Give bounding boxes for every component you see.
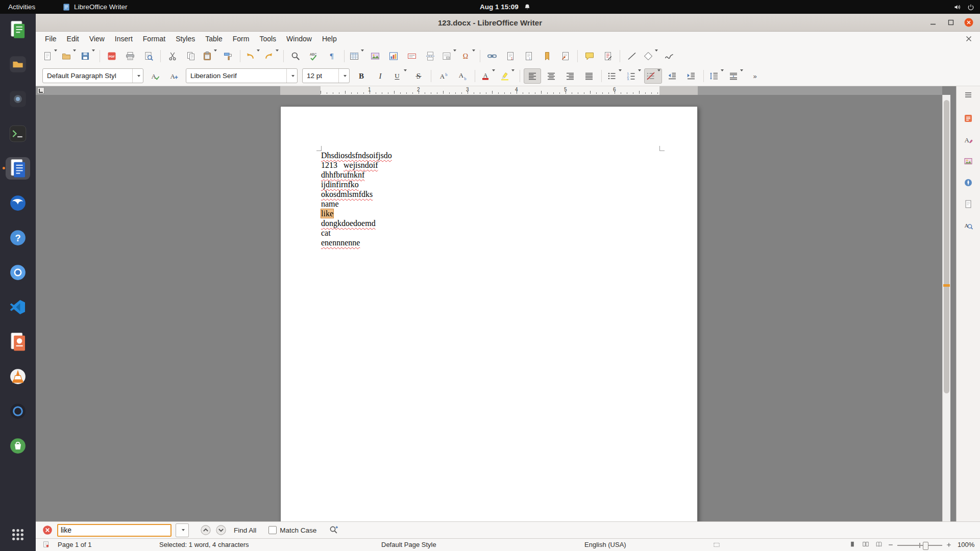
document-line[interactable]: okosdmlsmfdks	[321, 189, 660, 199]
paragraph-style-dropdown[interactable]	[132, 69, 143, 83]
decrease-indent-button[interactable]	[664, 68, 681, 84]
menu-help[interactable]: Help	[317, 33, 342, 45]
zoom-slider[interactable]	[897, 545, 942, 546]
style-inspector-deck-button[interactable]: A	[961, 218, 976, 233]
text-segment[interactable]: 1213	[321, 161, 344, 169]
insert-field-button[interactable]	[440, 48, 458, 64]
insert-image-button[interactable]	[366, 48, 384, 64]
superscript-button[interactable]: Ab	[435, 68, 452, 84]
insert-cross-reference-button[interactable]	[557, 48, 574, 64]
underline-button[interactable]: U	[390, 68, 408, 84]
ordered-list-dropdown[interactable]	[636, 71, 641, 81]
zoom-out-button[interactable]	[887, 541, 894, 548]
zoom-in-button[interactable]	[945, 541, 952, 548]
menu-styles[interactable]: Styles	[170, 33, 200, 45]
menu-edit[interactable]: Edit	[62, 33, 84, 45]
no-list-button[interactable]	[644, 68, 662, 84]
line-spacing-dropdown[interactable]	[719, 71, 724, 81]
align-right-button[interactable]	[561, 68, 579, 84]
cut-button[interactable]	[164, 48, 181, 64]
navigator-deck-button[interactable]	[961, 176, 976, 190]
activities-button[interactable]: Activities	[8, 3, 35, 11]
dock-item-vs-code[interactable]	[6, 296, 30, 318]
text-segment[interactable]: okosdmlsmfdks	[321, 190, 373, 198]
insert-special-character-button[interactable]: Ω	[459, 48, 477, 64]
menu-tools[interactable]: Tools	[254, 33, 281, 45]
dock-item-libreoffice-writer[interactable]	[6, 157, 30, 180]
dock-item-libreoffice-impress[interactable]	[6, 331, 30, 353]
found-match[interactable]: like	[321, 209, 333, 218]
bold-button[interactable]: B	[353, 68, 370, 84]
find-all-button[interactable]: Find All	[231, 525, 259, 536]
dock-item-files[interactable]	[6, 53, 30, 76]
zoom-percent[interactable]: 100%	[958, 541, 974, 548]
insert-footnote-button[interactable]: 1	[502, 48, 519, 64]
unordered-list-dropdown[interactable]	[617, 71, 622, 81]
document-line[interactable]: like	[321, 209, 660, 218]
font-name-dropdown[interactable]	[286, 69, 297, 83]
book-view-icon[interactable]	[875, 540, 883, 548]
open-button[interactable]	[60, 48, 78, 64]
insert-chart-button[interactable]	[385, 48, 402, 64]
vertical-scrollbar[interactable]	[942, 95, 950, 521]
dock-item-web-browser[interactable]	[6, 261, 30, 284]
close-window-button[interactable]	[962, 16, 975, 29]
match-case-checkbox[interactable]	[268, 526, 277, 534]
undo-button[interactable]	[243, 48, 261, 64]
insert-hyperlink-button[interactable]	[483, 48, 501, 64]
text-segment[interactable]: cat	[321, 229, 331, 237]
styles-deck-button[interactable]: A	[961, 133, 976, 147]
maximize-button[interactable]	[944, 16, 957, 29]
search-history-dropdown[interactable]	[176, 523, 189, 537]
align-left-button[interactable]	[524, 68, 541, 84]
save-dropdown[interactable]	[90, 52, 95, 61]
ordered-list-button[interactable]: 1.2.3.	[625, 68, 643, 84]
insert-table-button[interactable]	[348, 48, 365, 64]
paragraph-spacing-button[interactable]	[727, 68, 745, 84]
document-text[interactable]: Dhsdiosdsfndsoifjsdo1213 wejisndoifdhhfb…	[321, 151, 660, 247]
page[interactable]: Dhsdiosdsfndsoifjsdo1213 wejisndoifdhhfb…	[280, 106, 698, 521]
find-and-replace-button[interactable]	[287, 48, 304, 64]
text-segment[interactable]: ijdinfirnfko	[321, 180, 359, 189]
close-document-button[interactable]	[964, 34, 974, 44]
highlighting-color-dropdown[interactable]	[510, 71, 514, 81]
new-style-button[interactable]: A	[165, 68, 183, 84]
paste-dropdown[interactable]	[212, 52, 217, 61]
paragraph-spacing-dropdown[interactable]	[739, 71, 743, 81]
underline-dropdown[interactable]	[402, 71, 407, 81]
save-button[interactable]	[79, 48, 96, 64]
focused-app-menu[interactable]: LibreOffice Writer	[62, 3, 128, 11]
document-line[interactable]: 1213 wejisndoif	[321, 160, 660, 170]
insert-special-character-dropdown[interactable]	[471, 52, 475, 61]
open-dropdown[interactable]	[71, 52, 76, 61]
multi-page-view-icon[interactable]	[862, 540, 870, 548]
horizontal-ruler[interactable]: 123456	[36, 86, 942, 95]
gallery-deck-button[interactable]	[961, 154, 976, 168]
subscript-button[interactable]: Ab	[454, 68, 471, 84]
text-segment[interactable]: dongkdoedoemd	[321, 219, 376, 228]
text-segment[interactable]: Dhsdiosdsfndsoifjsdo	[321, 151, 392, 160]
text-segment[interactable]: wejisndoif	[344, 161, 378, 169]
insert-bookmark-button[interactable]	[538, 48, 556, 64]
unordered-list-button[interactable]	[605, 68, 623, 84]
page-style-status[interactable]: Default Page Style	[381, 541, 436, 548]
update-style-button[interactable]: A	[146, 68, 164, 84]
dock-item-terminal[interactable]	[6, 122, 30, 145]
menu-file[interactable]: File	[40, 33, 62, 45]
more-formatting-button[interactable]: »	[746, 68, 764, 84]
basic-shapes-dropdown[interactable]	[653, 52, 658, 61]
dock-item-thunderbird[interactable]	[6, 192, 30, 214]
page-deck-button[interactable]	[961, 197, 976, 211]
dock-item-help[interactable]: ?	[6, 227, 30, 249]
text-segment[interactable]: name	[321, 199, 339, 208]
align-center-button[interactable]	[543, 68, 560, 84]
font-size-combo[interactable]: 12 pt	[302, 68, 350, 83]
text-segment[interactable]: enennnenne	[321, 238, 360, 247]
paste-button[interactable]	[201, 48, 218, 64]
justified-button[interactable]	[580, 68, 598, 84]
insert-field-dropdown[interactable]	[452, 52, 456, 61]
dock-item-settings[interactable]	[6, 400, 30, 422]
track-changes-button[interactable]	[599, 48, 617, 64]
document-line[interactable]: ijdinfirnfko	[321, 180, 660, 189]
increase-indent-button[interactable]	[682, 68, 700, 84]
